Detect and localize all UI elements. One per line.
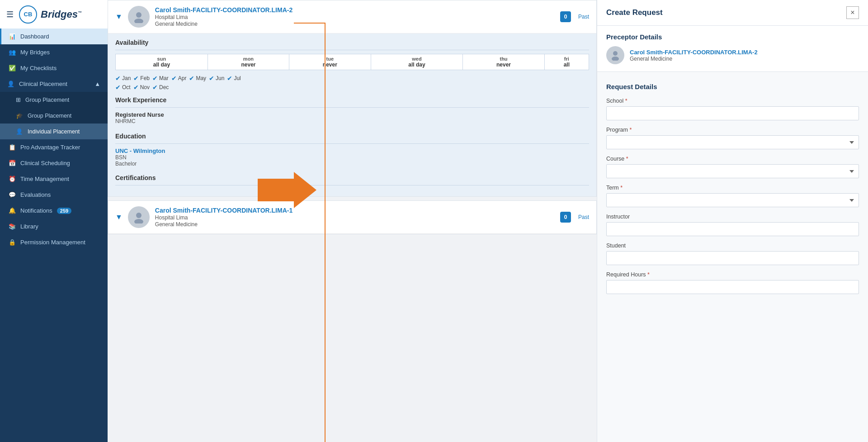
term-select[interactable] [606, 193, 859, 207]
month-jul: ✔ Jul [227, 75, 241, 82]
clipboard-icon: 📋 [9, 144, 16, 151]
month-feb: ✔ Feb [133, 75, 150, 82]
course-label: Course * [606, 156, 859, 162]
sidebar-item-group-placement-2[interactable]: 🎓 Group Placement [0, 108, 108, 124]
profile-2-badge: 0 [560, 212, 571, 223]
preceptor-row: Carol Smith-FACILITY-COORDINATOR.LIMA-2 … [606, 46, 859, 64]
profile-list: ▼ Carol Smith-FACILITY-COORDINATOR.LIMA-… [108, 0, 597, 442]
sidebar-item-my-checklists[interactable]: ✅ My Checklists [0, 60, 108, 76]
profile-1-details: Availability sunall day monnever tueneve… [108, 33, 596, 196]
profile-1-chevron[interactable]: ▼ [115, 13, 123, 21]
sidebar-item-library[interactable]: 📚 Library [0, 219, 108, 234]
form-group-program: Program * [606, 127, 859, 149]
profile-2-chevron[interactable]: ▼ [115, 213, 123, 221]
profile-card-1: ▼ Carol Smith-FACILITY-COORDINATOR.LIMA-… [108, 0, 597, 197]
profile-2-specialty: General Medicine [155, 221, 555, 228]
time-icon: ⏰ [9, 176, 16, 182]
sidebar-item-time-management[interactable]: ⏰ Time Management [0, 171, 108, 187]
chevron-up-icon: ▲ [94, 81, 100, 87]
edu-school-1: UNC - Wilmington [115, 147, 589, 154]
sidebar-item-group-placement-1[interactable]: ⊞ Group Placement [0, 92, 108, 108]
student-input[interactable] [606, 251, 859, 265]
sidebar-item-dashboard[interactable]: 📊 Dashboard [0, 29, 108, 44]
avail-tue-header: tuenever [289, 54, 371, 70]
main-content: ▼ Carol Smith-FACILITY-COORDINATOR.LIMA-… [108, 0, 868, 442]
group-icon-1: ⊞ [16, 96, 21, 103]
calendar-icon: 📅 [9, 160, 16, 166]
avail-sun-header: sunall day [116, 54, 208, 70]
svg-point-6 [612, 57, 619, 61]
profile-2-name: Carol Smith-FACILITY-COORDINATOR.LIMA-1 [155, 207, 555, 214]
form-group-required-hours: Required Hours * [606, 271, 859, 294]
month-may: ✔ May [189, 75, 206, 82]
month-nov: ✔ Nov [133, 84, 150, 91]
edu-item-1: UNC - Wilmington BSN Bachelor [115, 147, 589, 167]
profile-card-2-header: ▼ Carol Smith-FACILITY-COORDINATOR.LIMA-… [108, 201, 596, 234]
course-select[interactable] [606, 164, 859, 178]
panel-close-button[interactable]: × [846, 6, 859, 19]
lock-icon: 🔒 [9, 239, 16, 246]
required-hours-input[interactable] [606, 280, 859, 294]
profile-2-hospital: Hospital Lima [155, 214, 555, 221]
availability-table: sunall day monnever tuenever wedall day … [115, 54, 589, 70]
sidebar-item-individual-placement[interactable]: 👤 Individual Placement [0, 124, 108, 139]
program-label: Program * [606, 127, 859, 133]
form-group-school: School * [606, 98, 859, 120]
dashboard-icon: 📊 [9, 33, 16, 40]
sidebar-item-my-bridges[interactable]: 👥 My Bridges [0, 44, 108, 60]
school-input[interactable] [606, 106, 859, 120]
student-label: Student [606, 242, 859, 249]
required-hours-label: Required Hours * [606, 271, 859, 278]
bridges-icon: 👥 [9, 49, 16, 56]
profile-2-info: Carol Smith-FACILITY-COORDINATOR.LIMA-1 … [155, 207, 555, 228]
form-group-instructor: Instructor [606, 214, 859, 236]
cap-icon: 🎓 [16, 112, 23, 119]
profile-1-avatar [128, 6, 150, 28]
profile-1-badge: 0 [560, 11, 571, 22]
availability-title: Availability [115, 33, 589, 50]
avail-fri-header: friall [544, 54, 589, 70]
svg-point-1 [134, 19, 143, 23]
month-jun: ✔ Jun [209, 75, 224, 82]
sidebar-item-evaluations[interactable]: 💬 Evaluations [0, 187, 108, 203]
panel-header: Create Request × [597, 0, 868, 26]
work-exp-title: Work Experience [115, 91, 589, 108]
svg-point-0 [136, 12, 142, 18]
logo-circle: CB [19, 5, 37, 24]
profile-1-past-button[interactable]: Past [578, 14, 589, 20]
preceptor-specialty: General Medicine [630, 56, 758, 62]
sidebar-item-permission-management[interactable]: 🔒 Permission Management [0, 234, 108, 250]
edu-level-1: Bachelor [115, 161, 589, 167]
work-company-1: NHRMC [115, 118, 589, 124]
sidebar-item-clinical-scheduling[interactable]: 📅 Clinical Scheduling [0, 155, 108, 171]
program-select[interactable] [606, 135, 859, 149]
checklists-icon: ✅ [9, 65, 16, 71]
sidebar-clinical-placement-header[interactable]: 👤 Clinical Placement ▲ [0, 76, 108, 92]
instructor-label: Instructor [606, 214, 859, 220]
avail-thu-header: thunever [463, 54, 544, 70]
edu-degree-1: BSN [115, 154, 589, 161]
form-group-student: Student [606, 242, 859, 265]
sidebar-item-pro-advantage[interactable]: 📋 Pro Advantage Tracker [0, 139, 108, 155]
sidebar-item-notifications[interactable]: 🔔 Notifications 259 [0, 203, 108, 219]
hamburger-button[interactable]: ☰ [6, 10, 14, 19]
month-dec: ✔ Dec [152, 84, 169, 91]
svg-point-3 [134, 219, 143, 223]
instructor-input[interactable] [606, 222, 859, 236]
preceptor-section-title: Preceptor Details [606, 33, 859, 41]
work-exp-item-1: Registered Nurse NHRMC [115, 111, 589, 124]
preceptor-name: Carol Smith-FACILITY-COORDINATOR.LIMA-2 [630, 49, 758, 56]
month-apr: ✔ Apr [171, 75, 187, 82]
preceptor-info: Carol Smith-FACILITY-COORDINATOR.LIMA-2 … [630, 49, 758, 62]
svg-point-2 [136, 213, 142, 218]
profile-2-past-button[interactable]: Past [578, 214, 589, 220]
term-label: Term * [606, 185, 859, 191]
month-jan: ✔ Jan [115, 75, 131, 82]
months-row: ✔ Jan ✔ Feb ✔ Mar ✔ Apr ✔ May ✔ Jun ✔ Ju… [115, 75, 589, 82]
book-icon: 📚 [9, 223, 16, 230]
profile-card-2: ▼ Carol Smith-FACILITY-COORDINATOR.LIMA-… [108, 200, 597, 234]
profile-1-info: Carol Smith-FACILITY-COORDINATOR.LIMA-2 … [155, 6, 555, 27]
profile-1-specialty: General Medicine [155, 21, 555, 27]
avail-wed-header: wedall day [371, 54, 463, 70]
content-area: ▼ Carol Smith-FACILITY-COORDINATOR.LIMA-… [108, 0, 868, 442]
